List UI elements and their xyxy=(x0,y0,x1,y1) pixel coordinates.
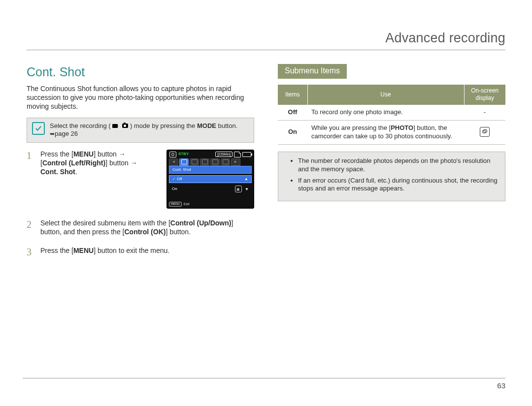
lcd-battery-icon xyxy=(242,152,251,157)
lcd-exit-hint: MENU Exit xyxy=(169,202,189,207)
step-1: Press the [MENU] button → [Control (Left… xyxy=(27,150,254,209)
left-column: Cont. Shot The Continuous Shot function … xyxy=(27,64,254,267)
step-2: Select the desired submenu item with the… xyxy=(27,219,254,236)
lcd-tab xyxy=(190,158,199,166)
col-items: Items xyxy=(278,85,307,105)
submenu-table: Items Use On-screen display Off To recor… xyxy=(278,85,505,145)
cell-osd-on xyxy=(464,120,505,144)
lcd-down-arrow-icon: ▼ xyxy=(245,187,249,191)
cell-use-on: While you are pressing the [PHOTO] butto… xyxy=(307,120,464,144)
lcd-tab-active xyxy=(179,158,189,166)
lcd-tab xyxy=(210,158,220,166)
page-header: Advanced recording xyxy=(27,30,505,50)
lcd-option-off: ✓ Off ▲ xyxy=(169,175,252,183)
cell-item-off: Off xyxy=(278,105,307,120)
notes-callout: The number of recordable photos depends … xyxy=(278,152,505,202)
table-row: Off To record only one photo image. - xyxy=(278,105,505,120)
cell-item-on: On xyxy=(278,120,307,144)
steps-list: Press the [MENU] button → [Control (Left… xyxy=(27,150,254,257)
lcd-camera-icon xyxy=(169,152,176,157)
video-mode-icon xyxy=(112,124,118,128)
table-row: On While you are pressing the [PHOTO] bu… xyxy=(278,120,505,144)
lcd-tab: ► xyxy=(231,158,240,166)
lcd-up-arrow-icon: ▲ xyxy=(244,177,248,182)
note-item: The number of recordable photos depends … xyxy=(298,157,499,174)
step-3-text: Press the [MENU] button to exit the menu… xyxy=(40,246,254,255)
submenu-items-header: Submenu Items xyxy=(278,64,347,79)
lcd-tab xyxy=(221,158,230,166)
photo-mode-icon xyxy=(122,124,128,128)
lcd-cont-shot-icon: ▣ xyxy=(235,186,242,192)
lcd-option-on: On ▣ ▼ xyxy=(169,185,252,193)
cell-use-off: To record only one photo image. xyxy=(307,105,464,120)
svg-rect-0 xyxy=(483,130,486,133)
svg-rect-1 xyxy=(484,130,487,132)
lcd-stby-label: STBY xyxy=(178,152,189,156)
step-3: Press the [MENU] button to exit the menu… xyxy=(27,246,254,257)
content-columns: Cont. Shot The Continuous Shot function … xyxy=(27,64,505,267)
precheck-text: Select the recording ( ) mode by pressin… xyxy=(50,122,249,138)
lcd-tab: ◄ xyxy=(169,158,178,166)
step-2-text: Select the desired submenu item with the… xyxy=(40,219,254,236)
lcd-tab xyxy=(200,158,209,166)
cell-osd-off: - xyxy=(464,105,505,120)
cont-shot-osd-icon xyxy=(480,127,490,137)
lcd-screenshot: STBY [220Min] ◄ xyxy=(166,150,254,209)
col-osd: On-screen display xyxy=(464,85,505,105)
col-use: Use xyxy=(307,85,464,105)
lcd-tab-row: ◄ ► xyxy=(167,158,254,166)
note-item: If an error occurs (Card full, etc.) dur… xyxy=(298,177,499,193)
check-icon xyxy=(32,122,45,135)
step-1-text: Press the [MENU] button → [Control (Left… xyxy=(40,150,158,177)
lcd-menu-title: Cont. Shot xyxy=(169,166,252,174)
lcd-time-remaining: [220Min] xyxy=(215,152,233,157)
lcd-card-icon xyxy=(234,152,241,157)
page-number: 63 xyxy=(497,378,505,391)
header-rule xyxy=(27,50,505,50)
right-column: Submenu Items Items Use On-screen displa… xyxy=(278,64,505,267)
intro-paragraph: The Continuous Shot function allows you … xyxy=(27,84,254,111)
precheck-callout: Select the recording ( ) mode by pressin… xyxy=(27,118,254,143)
section-title: Cont. Shot xyxy=(27,64,254,80)
notes-list: The number of recordable photos depends … xyxy=(289,157,499,196)
